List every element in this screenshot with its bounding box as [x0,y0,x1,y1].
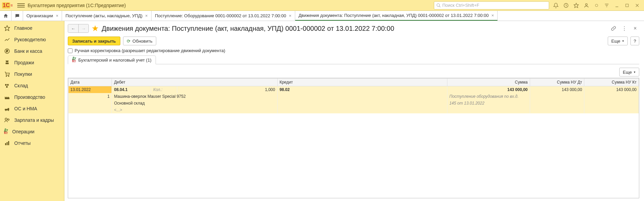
sidebar-item-sales[interactable]: Продажи [0,57,64,68]
svg-rect-28 [7,142,8,145]
sidebar-item-assets[interactable]: ОС и НМА [0,103,64,114]
tab-receipt-equipment[interactable]: Поступление: Оборудование 0001-000002 от… [152,11,295,21]
col-date[interactable]: Дата [68,79,112,86]
col-credit[interactable]: Кредит [277,79,447,86]
svg-point-26 [8,119,9,120]
cell-subkonto3: <...> [112,107,277,113]
chat-icon[interactable] [12,11,23,21]
col-sum[interactable]: Сумма [447,79,530,86]
table-more-button[interactable]: Еще▾ [619,68,639,76]
table-row[interactable]: 13.01.2022 08.04.1 Кол.: 1,000 98.02 143… [68,86,639,93]
more-vertical-icon[interactable]: ⋮ [620,24,628,32]
sidebar-item-main[interactable]: Главное [0,22,64,34]
sidebar-item-warehouse[interactable]: Склад [0,80,64,91]
sidebar-item-reports[interactable]: Отчеты [0,137,64,149]
search-input[interactable]: Поиск Ctrl+Shift+F [434,1,549,9]
cell-credit-acc: 98.02 [277,86,447,93]
svg-rect-19 [7,84,9,86]
svg-rect-27 [5,143,6,145]
close-icon[interactable]: × [145,13,148,18]
sidebar-item-manager[interactable]: Руководителю [0,34,64,45]
close-icon[interactable]: × [491,13,494,18]
chevron-down-icon: ▾ [634,70,636,74]
cell-debit-acc: 08.04.1 [112,86,151,93]
movements-table: Дата Дебет Кредит Сумма Сумма НУ Дт Сумм… [68,78,639,198]
col-sum-nu-kt[interactable]: Сумма НУ Кт [584,79,639,86]
manual-edit-checkbox[interactable] [68,48,73,53]
svg-point-23 [5,110,6,111]
nav-back-forward: ← → [68,24,89,33]
cell-comment1: Поступление оборудования по вх.д. [447,93,530,100]
star-icon[interactable] [571,1,581,10]
tab-receipts[interactable]: Поступление (акты, накладные, УПД)× [62,11,152,21]
inner-tab-accounting[interactable]: ДтКт Бухгалтерский и налоговый учет (1) [68,55,156,64]
svg-marker-3 [574,3,578,7]
table-row[interactable]: 1 Машина-оверлок Mauser Special 9752 Пос… [68,93,639,100]
svg-rect-18 [5,84,7,86]
cell-sum: 143 000,00 [447,86,530,93]
close-icon[interactable]: × [56,13,59,18]
circle-icon[interactable] [592,1,601,10]
tab-organizations[interactable]: Организации× [23,11,62,21]
bell-icon[interactable] [551,1,561,10]
forward-button: → [78,24,88,32]
refresh-button[interactable]: ⟳Обновить [123,37,156,45]
logo-1c: 1C≡ [2,2,13,8]
chevron-down-icon: ▾ [622,39,624,43]
sidebar-item-label: Отчеты [14,140,31,146]
filter-icon[interactable] [602,1,611,10]
col-sum-nu-dt[interactable]: Сумма НУ Дт [530,79,584,86]
svg-point-4 [585,3,587,5]
tab-label: Движения документа: Поступление (акт, на… [299,13,489,18]
svg-point-16 [6,76,7,76]
user-icon[interactable] [582,1,591,10]
sidebar-item-label: Покупки [14,71,32,77]
home-icon[interactable] [0,11,12,21]
favorite-star-icon[interactable]: ★ [92,24,99,33]
sidebar-item-production[interactable]: Производство [0,91,64,103]
table-row[interactable]: <...> [68,107,639,113]
inner-tab-label: Бухгалтерский и налоговый учет (1) [78,58,152,63]
minimize-icon[interactable] [612,1,622,10]
svg-rect-22 [8,108,9,111]
sidebar-item-label: Банк и касса [14,48,42,54]
history-icon[interactable] [561,1,571,10]
more-button[interactable]: Еще▾ [608,37,628,45]
svg-rect-29 [8,141,9,145]
save-close-button[interactable]: Записать и закрыть [68,37,120,45]
sidebar-item-bank[interactable]: ₽Банк и касса [0,45,64,57]
svg-line-1 [439,6,441,7]
more-label: Еще [623,70,632,75]
titlebar: 1C≡ Бухгалтерия предприятия (1С:Предприя… [0,0,644,11]
svg-rect-20 [6,86,8,88]
sidebar-item-salary[interactable]: Зарплата и кадры [0,114,64,126]
close-icon[interactable]: × [289,13,291,18]
sidebar-item-operations[interactable]: ДтКтОперации [0,126,64,137]
dtkt-icon: ДтКт [72,57,76,63]
sidebar-item-label: Зарплата и кадры [14,117,54,123]
maximize-icon[interactable] [622,1,632,10]
cell-num: 1 [68,93,112,100]
sidebar-item-label: Операции [12,129,35,134]
search-placeholder: Поиск Ctrl+Shift+F [442,3,479,8]
sidebar-item-label: Продажи [14,60,34,65]
svg-point-25 [5,118,7,120]
tab-label: Поступление: Оборудование 0001-000002 от… [155,13,286,18]
back-button[interactable]: ← [68,24,78,32]
col-debit[interactable]: Дебет [112,79,277,86]
content: ← → ★ Движения документа: Поступление (а… [64,21,644,201]
close-icon[interactable] [632,1,642,10]
hamburger-icon[interactable] [17,2,25,9]
cell-kol-value: 1,000 [177,86,277,93]
sidebar-item-label: Производство [14,94,45,100]
help-button[interactable]: ? [630,37,639,45]
sidebar-item-purchases[interactable]: Покупки [0,68,64,80]
close-icon[interactable]: × [631,24,639,32]
tab-label: Организации [26,13,53,18]
cell-sum-nu-kt: 143 000,00 [584,86,639,93]
tab-document-movements[interactable]: Движения документа: Поступление (акт, на… [295,11,498,21]
table-row[interactable]: Основной склад 145 от 13.01.2022 [68,100,639,107]
svg-point-5 [595,4,598,7]
link-icon[interactable] [609,24,618,32]
sidebar-item-label: Склад [14,83,28,88]
